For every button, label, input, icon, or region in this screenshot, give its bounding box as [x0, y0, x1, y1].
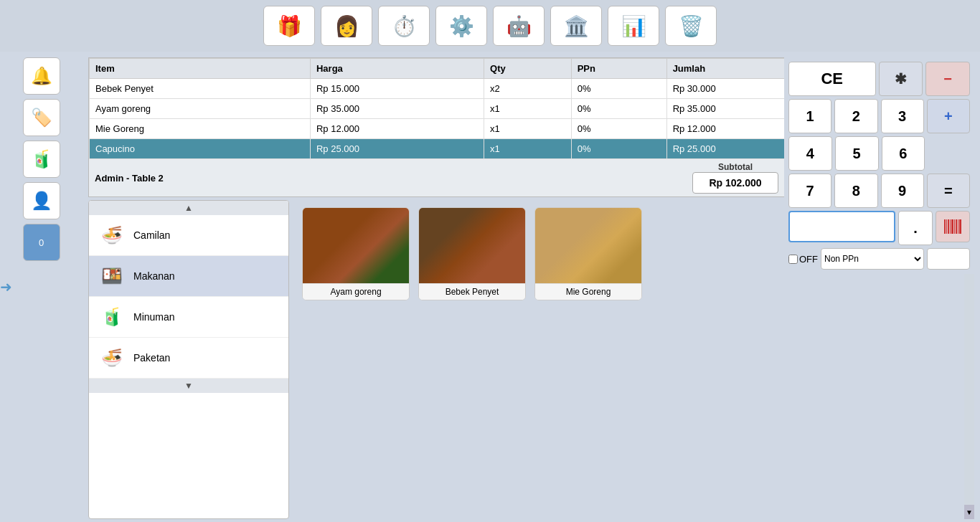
svg-rect-7 — [958, 219, 958, 234]
svg-rect-3 — [950, 219, 951, 234]
calc-row-ce: CE ✱ − — [788, 62, 970, 96]
ce-button[interactable]: CE — [788, 62, 876, 96]
trash-btn[interactable]: 🗑️ — [665, 6, 717, 46]
cell-harga: Rp 12.000 — [310, 119, 484, 139]
main-toolbar: 🎁👩⏱️⚙️🤖🏛️📊🗑️ — [0, 0, 980, 52]
multiply-button[interactable]: ✱ — [879, 62, 923, 96]
ppn-value-field[interactable] — [927, 248, 970, 270]
equals-button[interactable]: = — [927, 174, 970, 208]
minus-button[interactable]: − — [925, 62, 970, 96]
product-img-mie-goreng — [535, 208, 641, 283]
product-card-ayam-goreng[interactable]: Ayam goreng — [302, 207, 410, 300]
col-item: Item — [90, 59, 311, 79]
subtotal-col: Subtotal Rp 102.000 — [692, 162, 778, 194]
category-label-camilan: Camilan — [133, 229, 170, 241]
category-icon-paketan: 🍜 — [98, 343, 126, 372]
cat-scroll-up[interactable]: ▲ — [89, 201, 288, 215]
ppn-off-label: OFF — [799, 254, 818, 265]
barcode-button[interactable] — [936, 211, 970, 242]
cell-qty: x2 — [484, 79, 572, 99]
col-harga: Harga — [310, 59, 484, 79]
cell-harga: Rp 35.000 — [310, 99, 484, 119]
sidebar-btn-cup[interactable]: 🧃 — [23, 141, 60, 178]
cell-ppn: 0% — [571, 79, 666, 99]
sidebar-btn-blue[interactable]: 0 — [23, 224, 60, 261]
robot-btn[interactable]: 🤖 — [493, 6, 545, 46]
cat-scroll-down[interactable]: ▼ — [89, 379, 288, 393]
scroll-down-arrow[interactable]: ▼ — [964, 505, 974, 519]
cell-ppn: 0% — [571, 99, 666, 119]
subtotal-value: Rp 102.000 — [692, 172, 778, 194]
product-name-mie-goreng: Mie Goreng — [535, 283, 641, 300]
calc-display[interactable] — [788, 211, 895, 242]
cell-item: Capucino — [90, 139, 311, 159]
num-9-button[interactable]: 9 — [881, 174, 924, 208]
num-8-button[interactable]: 8 — [834, 174, 877, 208]
report-btn[interactable]: 📊 — [608, 6, 659, 46]
num-4-button[interactable]: 4 — [788, 136, 832, 171]
category-icon-minuman: 🧃 — [98, 303, 126, 331]
calculator-panel: CE ✱ − 1 2 3 + 4 5 6 7 8 9 = . — [784, 57, 974, 274]
cell-item: Bebek Penyet — [90, 79, 311, 99]
cell-ppn: 0% — [571, 139, 666, 159]
svg-rect-4 — [951, 219, 953, 234]
subtotal-label: Subtotal — [718, 162, 753, 172]
plus-button[interactable]: + — [927, 99, 970, 133]
ppn-checkbox-area: OFF — [788, 254, 818, 265]
svg-rect-0 — [944, 219, 946, 234]
ppn-select[interactable]: Non PPn PPn 10% PPn 5% — [821, 248, 924, 270]
sidebar-btn-tag[interactable]: 🏷️ — [23, 99, 60, 136]
gift-btn[interactable]: 🎁 — [263, 6, 315, 46]
svg-rect-2 — [948, 219, 949, 234]
building-btn[interactable]: 🏛️ — [550, 6, 602, 46]
cell-qty: x1 — [484, 99, 572, 119]
num-3-button[interactable]: 3 — [881, 99, 924, 133]
product-name-bebek-penyet: Bebek Penyet — [419, 283, 525, 300]
category-item-paketan[interactable]: 🍜 Paketan — [89, 338, 288, 379]
category-icon-makanan: 🍱 — [98, 262, 126, 290]
calc-row-2: 4 5 6 — [788, 136, 970, 171]
product-card-bebek-penyet[interactable]: Bebek Penyet — [418, 207, 526, 300]
svg-rect-1 — [946, 219, 947, 234]
product-img-ayam-goreng — [303, 208, 409, 283]
calc-row-1: 1 2 3 + — [788, 99, 970, 133]
num-7-button[interactable]: 7 — [788, 174, 831, 208]
svg-rect-8 — [959, 219, 961, 234]
category-item-minuman[interactable]: 🧃 Minuman — [89, 297, 288, 338]
category-list: ▲ 🍜 Camilan 🍱 Makanan 🧃 Minuman 🍜 Paketa… — [88, 200, 289, 519]
num-6-button[interactable]: 6 — [882, 136, 925, 171]
product-img-bebek-penyet — [419, 208, 525, 283]
category-item-makanan[interactable]: 🍱 Makanan — [89, 256, 288, 297]
category-item-camilan[interactable]: 🍜 Camilan — [89, 215, 288, 256]
product-name-ayam-goreng: Ayam goreng — [303, 283, 409, 300]
person-btn[interactable]: 👩 — [321, 6, 372, 46]
category-label-paketan: Paketan — [133, 352, 170, 364]
ppn-checkbox[interactable] — [788, 255, 798, 264]
svg-rect-6 — [956, 219, 957, 234]
settings-btn[interactable]: ⚙️ — [435, 6, 487, 46]
cell-item: Mie Goreng — [90, 119, 311, 139]
calc-row-3: 7 8 9 = — [788, 174, 970, 208]
calc-row-4: . — [788, 211, 970, 245]
sidebar-arrow[interactable]: ➜ — [0, 278, 12, 295]
category-label-minuman: Minuman — [133, 311, 175, 323]
product-card-mie-goreng[interactable]: Mie Goreng — [534, 207, 642, 300]
num-dot-button[interactable]: . — [898, 211, 933, 245]
svg-rect-5 — [954, 219, 955, 234]
ppn-row: OFF Non PPn PPn 10% PPn 5% — [788, 248, 970, 270]
sidebar-btn-bell[interactable]: 🔔 — [23, 57, 60, 95]
category-label-makanan: Makanan — [133, 270, 175, 282]
cell-qty: x1 — [484, 119, 572, 139]
cell-harga: Rp 15.000 — [310, 79, 484, 99]
num-2-button[interactable]: 2 — [834, 99, 877, 133]
cell-qty: x1 — [484, 139, 572, 159]
time-btn[interactable]: ⏱️ — [378, 6, 430, 46]
left-sidebar: 🔔🏷️🧃👤0➜ — [0, 52, 83, 522]
cell-ppn: 0% — [571, 119, 666, 139]
sidebar-btn-gear-person[interactable]: 👤 — [23, 182, 60, 219]
col-qty: Qty — [484, 59, 572, 79]
num-5-button[interactable]: 5 — [835, 136, 879, 171]
cell-harga: Rp 25.000 — [310, 139, 484, 159]
num-1-button[interactable]: 1 — [788, 99, 831, 133]
col-ppn: PPn — [571, 59, 666, 79]
